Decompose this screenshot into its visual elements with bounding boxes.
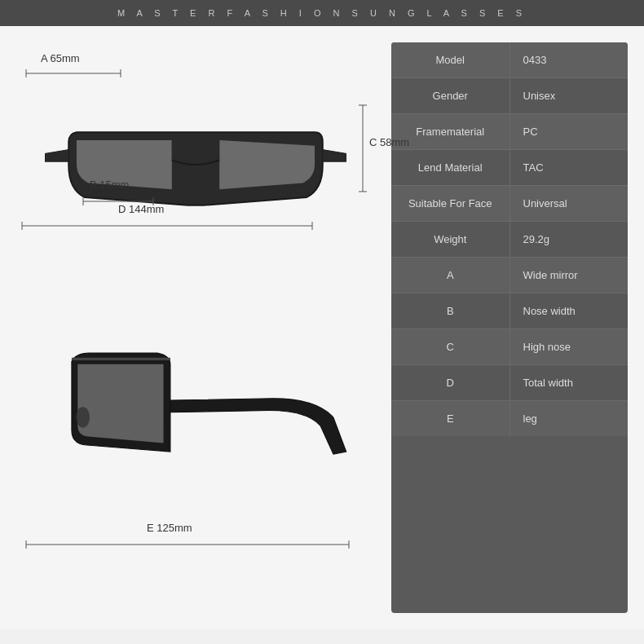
spec-label-7: B: [391, 293, 510, 329]
dim-a-label: A 65mm: [24, 65, 122, 84]
spec-row-3: Lend MaterialTAC: [391, 150, 628, 186]
spec-label-3: Lend Material: [391, 150, 510, 185]
spec-row-6: AWide mirror: [391, 258, 628, 293]
spec-label-1: Gender: [391, 78, 510, 113]
dim-b-text: B 15mm: [90, 179, 129, 191]
spec-value-6: Wide mirror: [510, 258, 629, 293]
spec-value-2: PC: [510, 114, 629, 149]
dim-c-container: C 58mm: [355, 104, 371, 196]
dim-e-text: E 125mm: [147, 522, 192, 534]
spec-value-5: 29.2g: [510, 222, 629, 257]
spec-row-1: GenderUnisex: [391, 78, 628, 114]
left-panel: A 65mm C 58mm: [16, 42, 375, 613]
svg-point-13: [76, 407, 90, 427]
dim-a-text: A 65mm: [41, 52, 80, 64]
spec-row-10: Eleg: [391, 401, 628, 436]
bottom-glasses-area: E 125mm: [16, 336, 375, 564]
spec-row-8: CHigh nose: [391, 329, 628, 365]
spec-label-5: Weight: [391, 222, 510, 257]
spec-value-8: High nose: [510, 329, 629, 364]
header-title: M A S T E R F A S H I O N S U N G L A S …: [117, 8, 527, 18]
header: M A S T E R F A S H I O N S U N G L A S …: [0, 0, 644, 26]
top-glasses-area: A 65mm C 58mm: [16, 42, 375, 320]
spec-label-0: Model: [391, 42, 510, 77]
spec-value-9: Total width: [510, 365, 629, 400]
spec-value-7: Nose width: [510, 293, 629, 329]
spec-label-9: D: [391, 365, 510, 400]
spec-label-6: A: [391, 258, 510, 293]
spec-row-5: Weight29.2g: [391, 222, 628, 258]
dim-c-text: C 58mm: [369, 136, 409, 148]
spec-value-10: leg: [510, 401, 629, 436]
specs-table: Model0433GenderUnisexFramematerialPCLend…: [391, 42, 628, 613]
spec-row-4: Suitable For FaceUniversal: [391, 186, 628, 222]
spec-row-7: BNose width: [391, 293, 628, 329]
dim-d-text: D 144mm: [118, 203, 164, 215]
spec-row-0: Model0433: [391, 42, 628, 78]
glasses-side-svg: [24, 336, 351, 499]
spec-value-4: Universal: [510, 186, 629, 221]
spec-value-3: TAC: [510, 150, 629, 185]
spec-value-1: Unisex: [510, 78, 629, 113]
spec-row-2: FramematerialPC: [391, 114, 628, 150]
spec-row-9: DTotal width: [391, 365, 628, 401]
spec-label-8: C: [391, 329, 510, 364]
dim-e-container: E 125mm: [24, 536, 351, 556]
spec-label-4: Suitable For Face: [391, 186, 510, 221]
svg-rect-6: [172, 140, 219, 160]
dim-d-container: D 144mm: [20, 218, 314, 237]
spec-value-0: 0433: [510, 42, 629, 77]
spec-label-10: E: [391, 401, 510, 436]
